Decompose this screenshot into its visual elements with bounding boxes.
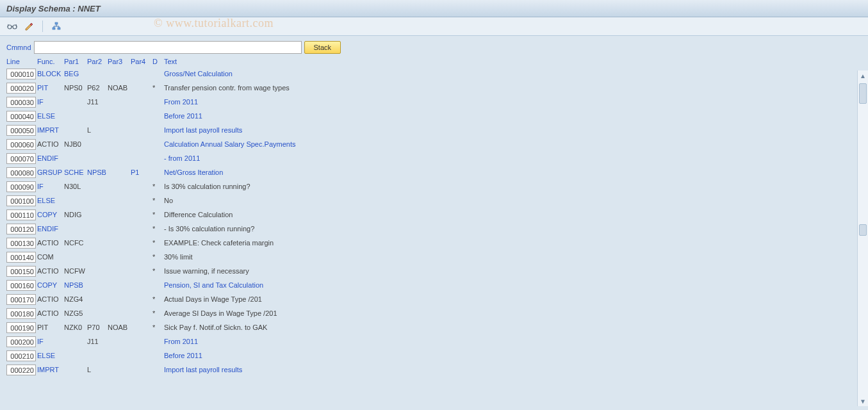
line-number-input[interactable]: 000180 (6, 308, 36, 319)
line-number-input[interactable]: 000110 (6, 209, 36, 220)
line-number-input[interactable]: 000140 (6, 252, 36, 263)
line-number-input[interactable]: 000080 (6, 167, 36, 178)
line-number-input[interactable]: 000210 (6, 350, 36, 361)
func-cell[interactable]: ELSE (37, 352, 64, 359)
svg-rect-4 (58, 28, 60, 29)
toolbar-separator (42, 20, 43, 32)
func-cell: ACTIO (37, 239, 64, 247)
main-area: Cmmnd Stack Line Func. Par1 Par2 Par3 Pa… (0, 36, 868, 406)
hierarchy-icon[interactable] (51, 20, 62, 32)
text-cell[interactable]: Import last payroll results (164, 126, 548, 134)
line-number-input[interactable]: 000220 (6, 365, 36, 375)
line-number-input[interactable]: 000100 (6, 195, 36, 206)
d-cell: * (152, 309, 164, 317)
glasses-icon[interactable] (6, 20, 18, 32)
table-row: 000010BLOCKBEGGross/Net Calculation (6, 67, 862, 81)
text-cell[interactable]: Gross/Net Calculation (164, 70, 548, 78)
header-par2: Par2 (87, 58, 108, 65)
scroll-down-icon[interactable]: ▼ (858, 396, 868, 406)
table-row: 000020PITNPS0P62NOAB*Transfer pension co… (6, 81, 862, 95)
line-number-input[interactable]: 000030 (6, 97, 36, 108)
line-number-input[interactable]: 000190 (6, 322, 36, 333)
line-number-input[interactable]: 000040 (6, 111, 36, 122)
line-number-input[interactable]: 000060 (6, 139, 36, 150)
par3-cell: NOAB (108, 324, 131, 331)
func-cell[interactable]: ELSE (37, 112, 64, 120)
svg-rect-2 (55, 22, 58, 24)
text-cell[interactable]: From 2011 (164, 98, 548, 106)
vertical-scrollbar[interactable]: ▲ ▼ (857, 70, 868, 406)
line-number-input[interactable]: 000050 (6, 125, 36, 136)
func-cell[interactable]: IMPRT (37, 366, 64, 373)
par1-cell[interactable]: NPSB (64, 281, 87, 289)
line-number-input[interactable]: 000170 (6, 294, 36, 305)
edit-icon[interactable] (23, 20, 35, 32)
line-number-input[interactable]: 000010 (6, 69, 36, 79)
text-cell[interactable]: - from 2011 (164, 154, 548, 162)
text-cell[interactable]: Calculation Annual Salary Spec.Payments (164, 140, 548, 148)
par1-cell: NPS0 (64, 84, 87, 92)
par1-cell: NZG4 (64, 295, 87, 303)
par1-cell: NDIG (64, 211, 87, 218)
par1-cell[interactable]: SCHE (64, 168, 87, 176)
func-cell: ACTIO (37, 140, 64, 148)
table-row: 000110COPYNDIG*Difference Calculation (6, 208, 862, 222)
text-cell[interactable]: From 2011 (164, 338, 548, 345)
par1-cell: NZG5 (64, 309, 87, 317)
par2-cell: L (87, 126, 108, 134)
text-cell[interactable]: Net/Gross Iteration (164, 168, 548, 176)
line-number-input[interactable]: 000070 (6, 153, 36, 164)
text-cell: 30% limit (164, 253, 548, 261)
title-bar: Display Schema : NNET (0, 0, 868, 17)
line-number-input[interactable]: 000090 (6, 181, 36, 192)
par2-cell: L (87, 366, 108, 373)
func-cell: ACTIO (37, 309, 64, 317)
line-number-input[interactable]: 000160 (6, 280, 36, 291)
table-row: 000200IFJ11From 2011 (6, 334, 862, 348)
par1-cell[interactable]: BEG (64, 70, 87, 78)
table-row: 000120ENDIF*- Is 30% calculation running… (6, 222, 862, 236)
text-cell: EXAMPLE: Check cafeteria margin (164, 239, 548, 247)
stack-button[interactable]: Stack (304, 41, 341, 54)
func-cell[interactable]: COPY (37, 281, 64, 289)
header-line: Line (6, 58, 37, 65)
scroll-marker[interactable] (859, 224, 867, 236)
func-cell[interactable]: ENDIF (37, 225, 64, 233)
line-number-input[interactable]: 000150 (6, 266, 36, 277)
func-cell[interactable]: ENDIF (37, 154, 64, 162)
func-cell[interactable]: BLOCK (37, 70, 64, 78)
text-cell[interactable]: Before 2011 (164, 352, 548, 359)
table-row: 000170ACTIONZG4*Actual Days in Wage Type… (6, 292, 862, 306)
text-cell: Is 30% calculation running? (164, 183, 548, 190)
table-row: 000030IFJ11From 2011 (6, 95, 862, 109)
header-par4: Par4 (131, 58, 152, 65)
func-cell[interactable]: IMPRT (37, 126, 64, 134)
table-row: 000180ACTIONZG5*Average SI Days in Wage … (6, 306, 862, 320)
func-cell[interactable]: GRSUP (37, 168, 64, 176)
func-cell[interactable]: IF (37, 338, 64, 345)
func-cell[interactable]: IF (37, 98, 64, 106)
par4-cell[interactable]: P1 (131, 168, 152, 176)
scroll-up-icon[interactable]: ▲ (858, 70, 868, 81)
text-cell[interactable]: Pension, SI and Tax Calculation (164, 281, 548, 289)
func-cell[interactable]: ELSE (37, 197, 64, 204)
line-number-input[interactable]: 000130 (6, 238, 36, 249)
line-number-input[interactable]: 000120 (6, 224, 36, 234)
func-cell[interactable]: COPY (37, 211, 64, 218)
line-number-input[interactable]: 000020 (6, 83, 36, 94)
command-input[interactable] (34, 41, 302, 54)
func-cell[interactable]: PIT (37, 84, 64, 92)
d-cell: * (152, 211, 164, 218)
table-row: 000090IFN30L*Is 30% calculation running? (6, 179, 862, 193)
text-cell: Average SI Days in Wage Type /201 (164, 309, 548, 317)
line-number-input[interactable]: 000200 (6, 336, 36, 347)
func-cell[interactable]: IF (37, 183, 64, 190)
par2-cell: P70 (87, 324, 108, 331)
text-cell[interactable]: Before 2011 (164, 112, 548, 120)
par2-cell[interactable]: NPSB (87, 168, 108, 176)
scroll-thumb[interactable] (859, 83, 867, 104)
text-cell[interactable]: Import last payroll results (164, 366, 548, 373)
par2-cell: P62 (87, 84, 108, 92)
table-row: 000150ACTIONCFW*Issue warning, if necess… (6, 264, 862, 278)
table-row: 000050IMPRTLImport last payroll results (6, 123, 862, 137)
